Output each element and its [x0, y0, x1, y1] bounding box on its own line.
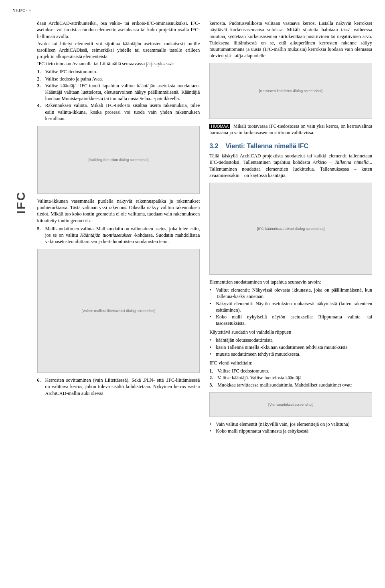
bul-text: Näkyvät elementit: Näytön asetuksien muk… — [216, 300, 372, 313]
screenshot-valitse-mallista: [Valitse mallista liitettäväksi dialog s… — [37, 249, 200, 373]
text: Muokkaa tarvittaessa mallisuodattimia. M… — [217, 382, 372, 388]
right-bul2: •kääntäjän oletussuodattimista •käsin Ta… — [209, 337, 372, 357]
right-p6: IFC-vienti vaiheittain: — [209, 360, 372, 366]
right-bul1: •Valitut elementit: Näkyvissä olevasta i… — [209, 287, 372, 326]
right-huomaa: HUOMAA Mikäli tuotavassa IFC-tiedostossa… — [209, 123, 372, 136]
num: 1. — [37, 68, 43, 75]
page-header: YS.IFC - 4 — [13, 8, 372, 13]
bul-item: •kääntäjän oletussuodattimista — [209, 337, 372, 343]
num: 3. — [209, 382, 215, 388]
bullet-icon: • — [209, 314, 213, 326]
p3-i: Arkisto – Tallenna nimellä... — [313, 159, 372, 165]
num-item: 3.Muokkaa tarvittaessa mallisuodattimia.… — [209, 382, 372, 388]
num: 1. — [209, 368, 215, 374]
bullet-icon: • — [209, 428, 213, 434]
two-columns: daan ArchiCAD-attribuuteiksi, osa vakio-… — [37, 20, 373, 437]
left-list1-item: 3. Valitse kääntäjä. IFC-tuonti tapahtuu… — [37, 83, 200, 102]
screenshot-vientiasetukset: [Vientiasetukset screenshot] — [209, 392, 372, 417]
num: 5. — [37, 226, 43, 245]
num-item: 1.Valitse IFC tiedostomuoto. — [209, 368, 372, 374]
text: Valitse kääntäjä. IFC-tuonti tapahtuu va… — [45, 83, 200, 102]
bul-item: •Koko malli nykyisellä näytön asetuksell… — [209, 314, 372, 326]
left-p4: Valinta-ikkunan vasemmalla puolella näky… — [37, 198, 200, 224]
section-number: 3.2 — [209, 143, 218, 149]
bul-text: Koko malli nykyisellä näytön asetuksella… — [216, 314, 372, 326]
left-list2-item: 5. Mallisuodattimen valinta. Mallisuodat… — [37, 226, 200, 245]
huomaa-badge: HUOMAA — [209, 124, 230, 129]
right-bul3: •Vain valitut elementit (näkyvillä vain,… — [209, 421, 372, 434]
section-heading-3-2: 3.2Vienti: Tallenna nimellä IFC — [209, 142, 372, 151]
left-intro-1: daan ArchiCAD-attribuuteiksi, osa vakio-… — [37, 20, 200, 40]
text: Valitse IFC-tiedostomuoto. — [45, 68, 200, 75]
side-tab-ifc: IFC — [13, 20, 29, 437]
left-list-3: 6. Kerrosten sovittaminen (vain Liitettä… — [37, 377, 200, 397]
text-italic: Kääntäjän tuontiasetukset — [80, 232, 132, 238]
text: Mallisuodattimen valinta. Mallisuodatin … — [45, 226, 200, 245]
right-p5: Käytettävä suodatin voi vaihdella riippu… — [209, 329, 372, 335]
p3-b: Tallentaminen noudattaa elementtien luok… — [209, 166, 372, 178]
bul-text: Vain valitut elementit (näkyvillä vain, … — [216, 421, 372, 427]
text: Valitse tiedosto ja paina Avaa. — [45, 76, 200, 82]
text: Rakennuksen valinta. Mikäli IFC-tiedosto… — [45, 102, 200, 122]
right-p3: Tällä käskyllä ArchiCAD-projektista suod… — [209, 153, 372, 179]
bul-text: kääntäjän oletussuodattimista — [216, 337, 372, 343]
left-list1-item: 1. Valitse IFC-tiedostomuoto. — [37, 68, 200, 75]
left-list1-item: 4. Rakennuksen valinta. Mikäli IFC-tiedo… — [37, 102, 200, 122]
bul-text: Koko malli riippumatta valinnasta ja esi… — [216, 428, 372, 434]
right-p4: Elementtien suodattaminen voi tapahtua s… — [209, 279, 372, 285]
bul-item: •muusta suodattimeen tehdystä muutoksest… — [209, 351, 372, 357]
bullet-icon: • — [209, 300, 213, 313]
bullet-icon: • — [209, 337, 213, 343]
bul-text: muusta suodattimeen tehdystä muutoksesta… — [216, 351, 372, 357]
bul-text: käsin Tallenna nimellä -ikkunan suodatti… — [216, 344, 372, 350]
bul-item: •käsin Tallenna nimellä -ikkunan suodatt… — [209, 344, 372, 350]
right-list1: 1.Valitse IFC tiedostomuoto. 2.Valitse k… — [209, 368, 372, 388]
left-intro-3: IFC-tieto tuodaan Avaamalla tai Liittämä… — [37, 60, 200, 67]
bullet-icon: • — [209, 344, 213, 350]
left-intro-2: Avatut tai liitetyt elementit voi sijoit… — [37, 40, 200, 60]
num: 6. — [37, 377, 43, 397]
left-list-2: 5. Mallisuodattimen valinta. Mallisuodat… — [37, 226, 200, 245]
num: 2. — [37, 76, 43, 82]
text: Kerrosten sovittaminen (vain Liitettäess… — [45, 377, 200, 397]
bul-text: Valitut elementit: Näkyvissä olevasta ik… — [216, 287, 372, 300]
huomaa-text: Mikäli tuotavassa IFC-tiedostossa on vai… — [209, 123, 372, 135]
screenshot-kerrosten-kohdistus: [Kerrosten kohdistus dialog screenshot] — [209, 63, 372, 119]
num-item: 2.Valitse kääntäjä. Valitse luettelosta … — [209, 375, 372, 381]
left-list-1: 1. Valitse IFC-tiedostomuoto. 2. Valitse… — [37, 68, 200, 122]
screenshot-ifc-kaannosasetukset: [IFC-käännösasetukset dialog screenshot] — [209, 183, 372, 275]
right-column: kerrosta. Pudotusvalikosta valitaan vast… — [209, 20, 372, 437]
bullet-icon: • — [209, 421, 213, 427]
bul-item: •Näkyvät elementit: Näytön asetuksien mu… — [209, 300, 372, 313]
num: 3. — [37, 83, 43, 102]
bul-item: •Koko malli riippumatta valinnasta ja es… — [209, 428, 372, 434]
num: 2. — [209, 375, 215, 381]
num: 4. — [37, 102, 43, 122]
screenshot-building-selection: [Building Selection dialog screenshot] — [37, 126, 200, 194]
section-title: Vienti: Tallenna nimellä IFC — [226, 143, 309, 149]
right-p1: kerrosta. Pudotusvalikosta valitaan vast… — [209, 20, 372, 59]
text: Valitse kääntäjä. Valitse luettelosta kä… — [217, 375, 372, 381]
bul-item: •Vain valitut elementit (näkyvillä vain,… — [209, 421, 372, 427]
left-list3-item: 6. Kerrosten sovittaminen (vain Liitettä… — [37, 377, 200, 397]
left-list1-item: 2. Valitse tiedosto ja paina Avaa. — [37, 76, 200, 82]
bullet-icon: • — [209, 287, 213, 300]
bul-item: •Valitut elementit: Näkyvissä olevasta i… — [209, 287, 372, 300]
main-layout: IFC daan ArchiCAD-attribuuteiksi, osa va… — [13, 20, 372, 437]
text: Valitse IFC tiedostomuoto. — [217, 368, 372, 374]
left-column: daan ArchiCAD-attribuuteiksi, osa vakio-… — [37, 20, 200, 437]
bullet-icon: • — [209, 351, 213, 357]
